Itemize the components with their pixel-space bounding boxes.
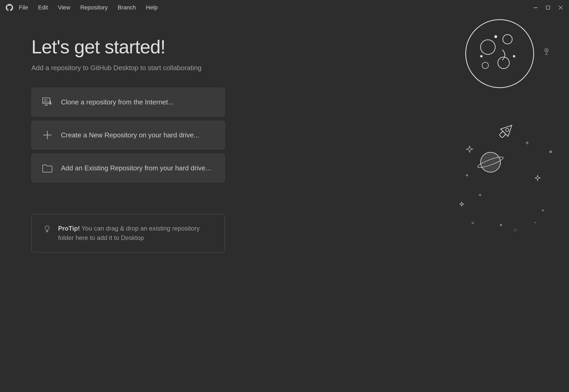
titlebar-menu: File Edit View Repository Branch Help [18, 3, 532, 12]
maximize-button[interactable] [545, 4, 551, 11]
clone-repository-button[interactable]: Clone a repository from the Internet... [31, 88, 225, 116]
main-content: Let's get started! Add a repository to G… [0, 15, 569, 273]
clone-icon [41, 96, 54, 108]
add-existing-repository-button[interactable]: Add an Existing Repository from your har… [31, 154, 225, 182]
action-buttons: Clone a repository from the Internet... … [31, 88, 225, 182]
page-heading: Let's get started! [31, 36, 538, 58]
lightbulb-icon [42, 224, 52, 234]
clone-button-label: Clone a repository from the Internet... [61, 98, 174, 106]
titlebar: File Edit View Repository Branch Help [0, 0, 569, 15]
svg-rect-0 [534, 8, 537, 8]
create-icon [41, 129, 54, 141]
window-controls [532, 4, 564, 11]
create-button-label: Create a New Repository on your hard dri… [61, 131, 199, 139]
close-button[interactable] [557, 4, 564, 11]
minimize-button[interactable] [532, 4, 539, 11]
svg-point-13 [45, 226, 49, 230]
create-repository-button[interactable]: Create a New Repository on your hard dri… [31, 121, 225, 149]
add-existing-button-label: Add an Existing Repository from your har… [61, 164, 211, 172]
menu-file[interactable]: File [18, 3, 29, 12]
svg-rect-1 [547, 6, 550, 9]
page-subtitle: Add a repository to GitHub Desktop to st… [31, 64, 538, 72]
menu-help[interactable]: Help [145, 3, 159, 12]
pro-tip-box: ProTip! You can drag & drop an existing … [31, 214, 225, 253]
menu-edit[interactable]: Edit [37, 3, 49, 12]
folder-icon [41, 162, 54, 174]
pro-tip-bold: ProTip! [58, 225, 80, 232]
pro-tip-text: ProTip! You can drag & drop an existing … [58, 224, 214, 243]
github-logo-icon [5, 3, 14, 12]
menu-view[interactable]: View [57, 3, 71, 12]
menu-repository[interactable]: Repository [79, 3, 109, 12]
menu-branch[interactable]: Branch [117, 3, 137, 12]
